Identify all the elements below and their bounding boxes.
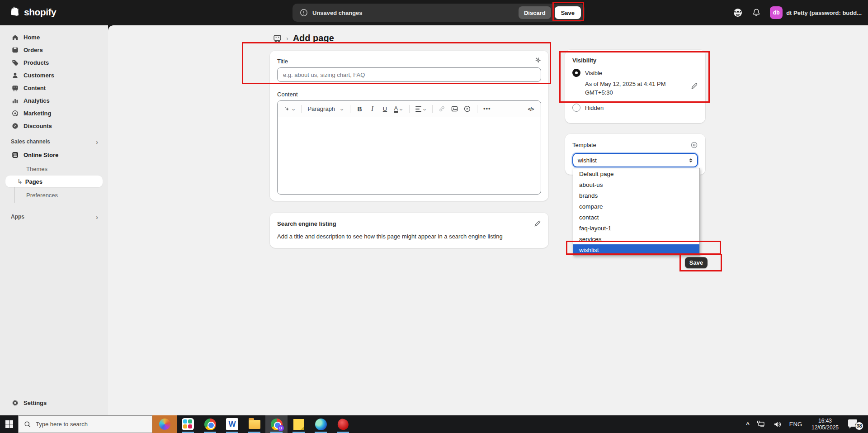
network-icon[interactable] xyxy=(757,420,766,428)
ai-magic-button[interactable]: ⌄ xyxy=(282,103,297,115)
seo-card: Search engine listing Add a title and de… xyxy=(270,213,548,248)
home-icon xyxy=(11,33,19,41)
sidebar-item-pages[interactable]: ↳ Pages xyxy=(5,176,103,187)
info-icon xyxy=(300,9,308,17)
notification-count-badge: 38 xyxy=(855,422,863,430)
taskbar-search[interactable] xyxy=(18,415,152,433)
taskbar-sticky-notes-icon[interactable] xyxy=(288,415,310,433)
sidebar-item-orders[interactable]: Orders xyxy=(5,43,103,56)
visibility-visible-option[interactable]: Visible xyxy=(572,69,698,77)
sidebar-item-home[interactable]: Home xyxy=(5,31,103,43)
sidebar-item-online-store[interactable]: Online Store xyxy=(5,148,103,161)
save-button-top[interactable]: Save xyxy=(555,6,581,19)
sidebar-item-discounts[interactable]: Discounts xyxy=(5,119,103,132)
tray-date: 12/05/2025 xyxy=(809,424,841,431)
content-label: Content xyxy=(277,91,541,98)
bold-button[interactable]: B xyxy=(354,103,365,115)
taskbar-chrome-icon[interactable] xyxy=(199,415,221,433)
italic-button[interactable]: I xyxy=(367,103,378,115)
system-tray: ^ ENG 16:43 12/05/2025 38 xyxy=(746,415,868,433)
template-option-about-us[interactable]: about-us xyxy=(573,179,699,190)
pages-breadcrumb-icon[interactable] xyxy=(273,34,282,43)
search-icon xyxy=(24,421,31,428)
orders-icon xyxy=(11,46,19,54)
sidebar-item-preferences[interactable]: Preferences xyxy=(5,189,103,201)
template-option-contact[interactable]: contact xyxy=(573,212,699,223)
content-editor: ⌄ Paragraph ⌄ B I U A ⌄ ⌄ xyxy=(277,100,541,195)
underline-button[interactable]: U xyxy=(380,103,391,115)
unsaved-changes-bar: Unsaved changes Discard Save xyxy=(292,4,585,22)
volume-icon[interactable] xyxy=(773,420,782,428)
sidebar-item-marketing[interactable]: Marketing xyxy=(5,107,103,119)
edit-pencil-icon[interactable] xyxy=(534,220,541,227)
template-option-wishlist[interactable]: wishlist xyxy=(573,244,699,255)
unsaved-changes-label: Unsaved changes xyxy=(312,10,363,16)
sidebar-item-customers[interactable]: Customers xyxy=(5,69,103,81)
shopify-admin-page: shopify Unsaved changes Discard Save db … xyxy=(0,0,868,433)
breadcrumb-separator: › xyxy=(286,35,288,42)
shopify-logo[interactable]: shopify xyxy=(10,6,56,18)
discard-button[interactable]: Discard xyxy=(519,6,551,19)
align-left-icon xyxy=(415,106,421,112)
user-name: dt Petty (password: budd... xyxy=(786,10,862,16)
text-color-button[interactable]: A ⌄ xyxy=(392,103,405,115)
taskbar-word-icon[interactable]: W xyxy=(221,415,243,433)
edit-visibility-pencil-icon[interactable] xyxy=(691,82,698,90)
ai-sparkle-icon[interactable] xyxy=(534,56,542,64)
products-tag-icon xyxy=(11,58,19,67)
tray-chevron-up-icon[interactable]: ^ xyxy=(746,421,750,428)
sidebar-item-settings[interactable]: Settings xyxy=(5,396,103,409)
taskbar-slack-icon[interactable] xyxy=(177,415,199,433)
tray-time: 16:43 xyxy=(809,418,841,424)
settings-gear-icon xyxy=(11,399,19,407)
taskbar-file-explorer-icon[interactable] xyxy=(243,415,265,433)
template-selected-value: wishlist xyxy=(578,157,597,164)
notification-center[interactable]: 38 xyxy=(848,419,863,430)
sidebar-item-products[interactable]: Products xyxy=(5,56,103,69)
select-updown-icon xyxy=(689,158,693,162)
taskbar-chrome-profile-icon[interactable]: D xyxy=(265,415,288,433)
notifications-bell-icon[interactable] xyxy=(752,8,761,17)
sales-channels-header[interactable]: Sales channels › xyxy=(5,137,103,147)
windows-taskbar: W D ^ xyxy=(0,415,868,433)
topbar: shopify Unsaved changes Discard Save db … xyxy=(0,0,868,25)
taskbar-copilot-icon[interactable] xyxy=(152,415,177,433)
chevron-down-icon: ⌄ xyxy=(291,106,296,111)
language-indicator[interactable]: ENG xyxy=(789,421,802,428)
template-option-faq-layout-1[interactable]: faq-layout-1 xyxy=(573,223,699,233)
template-option-default-page[interactable]: Default page xyxy=(573,168,699,179)
sidebar-item-analytics[interactable]: Analytics xyxy=(5,94,103,107)
content-editor-body[interactable] xyxy=(278,117,541,194)
template-option-compare[interactable]: compare xyxy=(573,201,699,212)
taskbar-search-input[interactable] xyxy=(36,421,140,428)
shopify-wordmark: shopify xyxy=(24,7,56,18)
more-options-button[interactable]: ••• xyxy=(481,103,493,115)
alignment-button[interactable]: ⌄ xyxy=(414,103,428,115)
avatar: db xyxy=(770,6,783,19)
title-content-card: Title Content ⌄ Paragraph ⌄ B I U A xyxy=(270,51,548,201)
insert-video-button[interactable] xyxy=(462,103,473,115)
start-button[interactable] xyxy=(0,415,18,433)
paragraph-style-dropdown[interactable]: Paragraph ⌄ xyxy=(306,103,345,115)
template-option-brands[interactable]: brands xyxy=(573,190,699,201)
title-input[interactable] xyxy=(277,67,541,82)
visibility-heading: Visibility xyxy=(572,57,698,64)
shopify-bag-icon xyxy=(10,6,21,18)
template-option-services[interactable]: services xyxy=(573,233,699,244)
taskbar-edge-icon[interactable] xyxy=(310,415,332,433)
visibility-hidden-option[interactable]: Hidden xyxy=(572,104,698,112)
sidebar-item-content[interactable]: Content xyxy=(5,81,103,94)
apps-header[interactable]: Apps › xyxy=(5,212,103,222)
template-select[interactable]: wishlist xyxy=(572,153,698,167)
browser-profile-icon[interactable] xyxy=(733,8,743,18)
tree-arrow-icon: ↳ xyxy=(17,178,23,185)
taskbar-paint-app-icon[interactable] xyxy=(332,415,354,433)
view-eye-icon[interactable] xyxy=(690,141,698,149)
clock[interactable]: 16:43 12/05/2025 xyxy=(809,418,841,431)
user-menu[interactable]: db dt Petty (password: budd... xyxy=(770,6,862,19)
sidebar-item-themes[interactable]: Themes xyxy=(5,163,103,175)
show-html-button[interactable]: </> xyxy=(525,103,536,115)
save-button-bottom[interactable]: Save xyxy=(685,257,708,268)
insert-image-button[interactable] xyxy=(449,103,460,115)
chevron-down-icon: ⌄ xyxy=(339,106,344,111)
